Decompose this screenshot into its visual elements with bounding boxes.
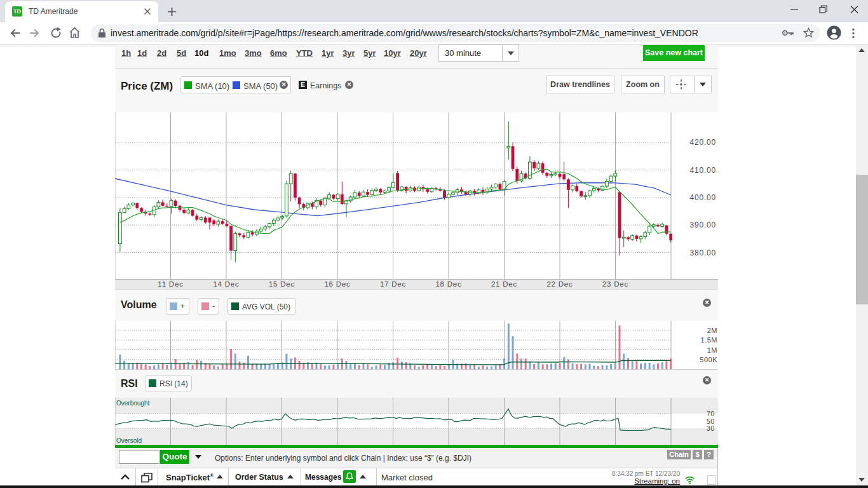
svg-text:15 Dec: 15 Dec xyxy=(269,280,295,288)
svg-text:21 Dec: 21 Dec xyxy=(491,280,517,288)
svg-text:380.00: 380.00 xyxy=(689,248,716,257)
svg-text:23 Dec: 23 Dec xyxy=(602,280,628,288)
svg-text:17 Dec: 17 Dec xyxy=(380,280,406,288)
svg-text:70: 70 xyxy=(707,410,715,417)
svg-text:500K: 500K xyxy=(700,356,717,363)
svg-text:1.5M: 1.5M xyxy=(701,336,717,344)
svg-text:2M: 2M xyxy=(707,327,717,334)
svg-text:18 Dec: 18 Dec xyxy=(435,280,461,288)
svg-text:16 Dec: 16 Dec xyxy=(324,280,350,288)
svg-text:50: 50 xyxy=(707,417,715,425)
svg-text:400.00: 400.00 xyxy=(689,193,716,202)
svg-text:1M: 1M xyxy=(707,346,717,354)
svg-text:14 Dec: 14 Dec xyxy=(213,280,239,288)
svg-text:410.00: 410.00 xyxy=(689,166,716,175)
svg-text:22 Dec: 22 Dec xyxy=(546,280,573,288)
svg-text:30: 30 xyxy=(707,424,715,432)
svg-text:11 Dec: 11 Dec xyxy=(158,280,183,288)
svg-text:Oversold: Oversold xyxy=(116,437,142,444)
svg-text:390.00: 390.00 xyxy=(689,220,716,229)
svg-text:420.00: 420.00 xyxy=(689,138,716,147)
svg-text:Overbought: Overbought xyxy=(116,400,149,407)
